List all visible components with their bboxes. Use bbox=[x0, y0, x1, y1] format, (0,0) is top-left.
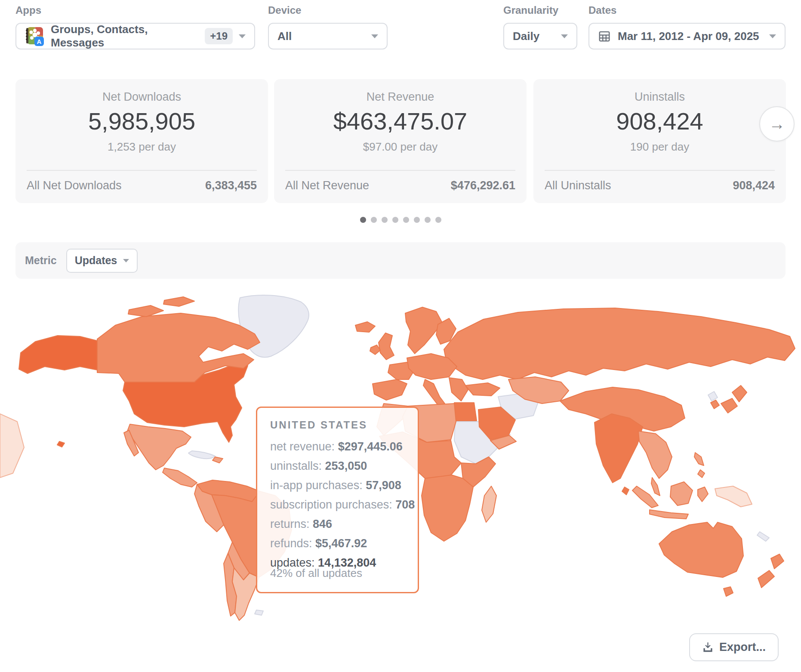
calendar-icon bbox=[598, 30, 611, 43]
apps-dropdown[interactable]: A Groups, Contacts, Messages +19 bbox=[15, 23, 255, 49]
map-region-hispaniola[interactable] bbox=[213, 457, 223, 463]
map-region-russia[interactable] bbox=[444, 308, 795, 379]
map-region-cuba[interactable] bbox=[188, 451, 215, 459]
tooltip-row: net revenue: $297,445.06 bbox=[270, 437, 405, 456]
metric-bar: Metric Updates bbox=[15, 242, 786, 279]
map-region-india[interactable] bbox=[595, 414, 643, 483]
tooltip-footnote: 42% of all updates bbox=[270, 567, 362, 580]
carousel-dot-6[interactable] bbox=[414, 217, 420, 223]
date-range-picker[interactable]: Mar 11, 2012 - Apr 09, 2025 bbox=[588, 23, 786, 49]
metric-selected-value: Updates bbox=[75, 254, 117, 267]
app-analytics-dashboard: Apps bbox=[0, 0, 801, 672]
map-region-central-america[interactable] bbox=[163, 468, 197, 487]
map-region-canada-arctic[interactable] bbox=[163, 297, 194, 306]
chevron-down-icon bbox=[769, 34, 776, 38]
net-revenue-card[interactable]: Net Revenue $463,475.07 $97.00 per day A… bbox=[274, 79, 527, 203]
export-button-label: Export... bbox=[719, 641, 766, 654]
map-region-iberia[interactable] bbox=[373, 379, 407, 400]
map-region-borneo[interactable] bbox=[670, 482, 693, 506]
map-region-philippines[interactable] bbox=[698, 470, 705, 478]
map-region-sri-lanka[interactable] bbox=[622, 487, 629, 495]
map-region-ireland[interactable] bbox=[370, 345, 380, 354]
device-filter: Device All bbox=[268, 4, 388, 49]
map-region-balkans[interactable] bbox=[449, 378, 468, 401]
map-island[interactable] bbox=[757, 532, 769, 541]
tooltip-rows: net revenue: $297,445.06uninstalls: 253,… bbox=[270, 437, 405, 573]
map-region-new-zealand[interactable] bbox=[758, 570, 774, 588]
map-region-egypt[interactable] bbox=[454, 403, 477, 421]
card-value: 908,424 bbox=[533, 107, 786, 135]
map-region-java[interactable] bbox=[650, 510, 688, 519]
map-region-pacific-islands[interactable] bbox=[0, 414, 24, 478]
apps-selected-value: Groups, Contacts, Messages bbox=[51, 23, 193, 49]
card-per-day: $97.00 per day bbox=[274, 140, 527, 154]
card-title: Uninstalls bbox=[533, 79, 786, 104]
carousel-dot-4[interactable] bbox=[392, 217, 398, 223]
map-region-united-kingdom[interactable] bbox=[379, 333, 394, 360]
card-footer-label: All Uninstalls bbox=[545, 179, 611, 192]
map-region-southern-africa[interactable] bbox=[422, 475, 473, 541]
carousel-dot-7[interactable] bbox=[425, 217, 431, 223]
map-region-italy[interactable] bbox=[423, 379, 445, 406]
map-region-madagascar[interactable] bbox=[482, 486, 496, 522]
divider bbox=[27, 170, 257, 171]
chevron-down-icon bbox=[239, 34, 246, 38]
map-region-tasmania[interactable] bbox=[724, 587, 733, 596]
map-region-hawaii[interactable] bbox=[57, 441, 65, 447]
app-store-badge-icon: A bbox=[34, 37, 44, 46]
tooltip-row: refunds: $5,467.92 bbox=[270, 534, 405, 553]
map-region-malay-peninsula[interactable] bbox=[651, 478, 660, 496]
map-region-north-korea[interactable] bbox=[708, 391, 718, 401]
carousel-dot-5[interactable] bbox=[403, 217, 409, 223]
dates-filter: Dates Mar 11, 2012 - Apr 09, 2025 bbox=[588, 4, 786, 49]
granularity-filter: Granularity Daily bbox=[503, 4, 577, 49]
card-footer-label: All Net Downloads bbox=[27, 179, 122, 192]
card-per-day: 1,253 per day bbox=[15, 140, 268, 154]
carousel-dot-3[interactable] bbox=[382, 217, 388, 223]
divider bbox=[545, 170, 775, 171]
export-button[interactable]: Export... bbox=[689, 633, 779, 661]
granularity-dropdown[interactable]: Daily bbox=[503, 23, 577, 49]
carousel-dot-2[interactable] bbox=[371, 217, 377, 223]
card-value: 5,985,905 bbox=[15, 107, 268, 135]
tooltip-row: in-app purchases: 57,908 bbox=[270, 476, 405, 495]
card-footer-value: 908,424 bbox=[733, 179, 775, 192]
map-region-turkey[interactable] bbox=[465, 383, 500, 396]
device-dropdown[interactable]: All bbox=[268, 23, 388, 49]
chevron-down-icon bbox=[561, 34, 568, 38]
carousel-next-button[interactable]: → bbox=[759, 106, 795, 142]
apps-more-count-badge: +19 bbox=[205, 28, 233, 44]
map-region-indochina[interactable] bbox=[638, 431, 672, 478]
metric-label: Metric bbox=[25, 254, 57, 267]
chevron-down-icon bbox=[371, 34, 378, 38]
net-downloads-card[interactable]: Net Downloads 5,985,905 1,253 per day Al… bbox=[15, 79, 268, 203]
map-region-papua-new-guinea[interactable] bbox=[715, 486, 752, 507]
map-region-alaska[interactable] bbox=[19, 336, 97, 373]
map-region-new-zealand[interactable] bbox=[771, 554, 784, 569]
map-island[interactable] bbox=[255, 610, 263, 615]
card-footer-value: $476,292.61 bbox=[451, 179, 515, 192]
map-region-mexico[interactable] bbox=[127, 424, 191, 470]
uninstalls-card[interactable]: Uninstalls 908,424 190 per day All Unins… bbox=[533, 79, 786, 203]
dates-filter-label: Dates bbox=[588, 4, 786, 16]
card-value: $463,475.07 bbox=[274, 107, 527, 135]
map-region-australia[interactable] bbox=[659, 522, 743, 577]
card-title: Net Downloads bbox=[15, 79, 268, 104]
map-region-philippines[interactable] bbox=[694, 453, 704, 465]
map-region-japan[interactable] bbox=[721, 398, 737, 413]
map-region-sulawesi[interactable] bbox=[698, 487, 708, 502]
carousel-dot-8[interactable] bbox=[435, 217, 441, 223]
map-region-japan[interactable] bbox=[732, 385, 747, 402]
chevron-down-icon bbox=[123, 259, 129, 262]
svg-text:A: A bbox=[37, 38, 42, 45]
map-region-iceland[interactable] bbox=[355, 322, 375, 332]
right-arrow-icon: → bbox=[769, 115, 785, 133]
granularity-filter-label: Granularity bbox=[503, 4, 577, 16]
map-region-south-korea[interactable] bbox=[711, 400, 719, 409]
carousel-dot-1[interactable] bbox=[360, 217, 366, 223]
tooltip-country-name: UNITED STATES bbox=[270, 419, 405, 431]
metric-dropdown[interactable]: Updates bbox=[66, 249, 138, 273]
device-selected-value: All bbox=[277, 30, 292, 43]
card-title: Net Revenue bbox=[274, 79, 527, 104]
divider bbox=[285, 170, 515, 171]
